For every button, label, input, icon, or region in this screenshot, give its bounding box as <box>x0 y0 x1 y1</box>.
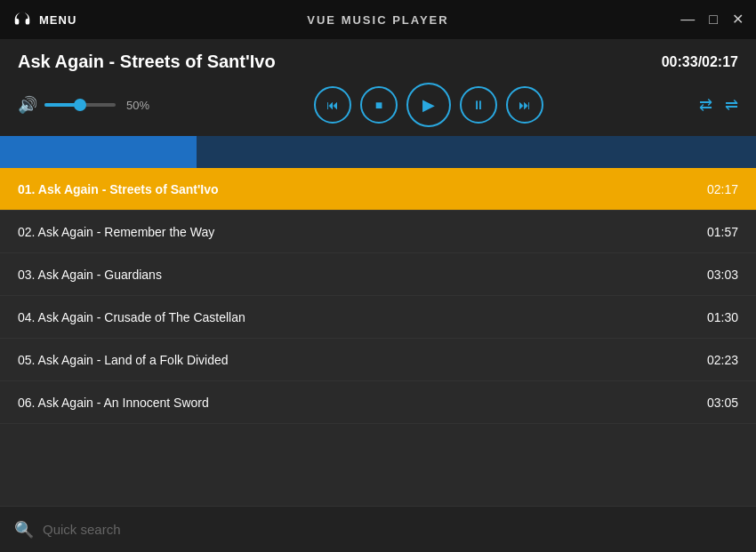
play-button[interactable]: ▶ <box>406 83 451 127</box>
extra-controls: ⇄ ⇌ <box>699 95 738 115</box>
controls-row: 🔊 50% ⏮ ■ ▶ ⏸ ⏭ <box>18 83 738 127</box>
track-name: 02. Ask Again - Remember the Way <box>18 225 214 239</box>
prev-button[interactable]: ⏮ <box>314 86 351 124</box>
app-title: VUE MUSIC PLAYER <box>307 13 448 27</box>
play-icon: ▶ <box>422 95 435 115</box>
search-input[interactable] <box>43 522 742 537</box>
track-name: 03. Ask Again - Guardians <box>18 268 162 282</box>
track-time-display: 00:33/02:17 <box>662 54 738 70</box>
menu-label[interactable]: MENU <box>39 13 76 27</box>
stop-button[interactable]: ■ <box>360 86 398 124</box>
volume-icon: 🔊 <box>18 95 37 115</box>
next-button[interactable]: ⏭ <box>506 86 543 124</box>
track-row[interactable]: 02. Ask Again - Remember the Way01:57 <box>0 211 756 253</box>
track-row[interactable]: 04. Ask Again - Crusade of The Castellan… <box>0 296 756 339</box>
progress-fill <box>0 136 197 168</box>
track-name: 01. Ask Again - Streets of Sant'Ivo <box>18 182 219 196</box>
next-icon: ⏭ <box>519 98 531 112</box>
volume-fill <box>44 103 80 107</box>
current-track-title: Ask Again - Streets of Sant'Ivo <box>18 52 276 72</box>
logo-area: MENU <box>12 10 76 29</box>
minimize-button[interactable]: — <box>680 12 695 27</box>
shuffle-button[interactable]: ⇌ <box>725 95 738 115</box>
track-duration: 01:57 <box>707 225 738 239</box>
track-row[interactable]: 03. Ask Again - Guardians03:03 <box>0 253 756 296</box>
maximize-button[interactable]: □ <box>709 12 718 27</box>
track-duration: 03:03 <box>707 268 738 282</box>
track-info-row: Ask Again - Streets of Sant'Ivo 00:33/02… <box>18 52 738 72</box>
stop-icon: ■ <box>375 98 382 112</box>
window-controls: — □ ✕ <box>680 12 744 27</box>
volume-slider[interactable] <box>44 103 116 107</box>
track-duration: 02:17 <box>707 182 738 196</box>
track-row[interactable]: 05. Ask Again - Land of a Folk Divided02… <box>0 339 756 381</box>
searchbar: 🔍 <box>0 506 756 552</box>
search-icon: 🔍 <box>14 520 34 540</box>
track-duration: 01:30 <box>707 310 738 324</box>
track-row[interactable]: 01. Ask Again - Streets of Sant'Ivo02:17 <box>0 168 756 211</box>
volume-area: 🔊 50% <box>18 95 149 115</box>
player-buttons: ⏮ ■ ▶ ⏸ ⏭ <box>176 83 681 127</box>
repeat-button[interactable]: ⇄ <box>699 95 712 115</box>
titlebar: MENU VUE MUSIC PLAYER — □ ✕ <box>0 0 756 39</box>
track-name: 06. Ask Again - An Innocent Sword <box>18 396 209 410</box>
track-row[interactable]: 06. Ask Again - An Innocent Sword03:05 <box>0 381 756 424</box>
volume-label: 50% <box>126 99 149 112</box>
close-button[interactable]: ✕ <box>732 12 744 27</box>
track-duration: 03:05 <box>707 396 738 410</box>
playlist: 01. Ask Again - Streets of Sant'Ivo02:17… <box>0 168 756 506</box>
track-name: 05. Ask Again - Land of a Folk Divided <box>18 353 229 367</box>
pause-icon: ⏸ <box>472 98 485 112</box>
prev-icon: ⏮ <box>326 98 339 112</box>
volume-thumb <box>74 99 86 111</box>
progress-bar[interactable] <box>0 136 756 168</box>
track-name: 04. Ask Again - Crusade of The Castellan <box>18 310 245 324</box>
pause-button[interactable]: ⏸ <box>460 86 497 124</box>
track-duration: 02:23 <box>707 353 738 367</box>
headphone-icon <box>12 10 32 29</box>
now-playing-panel: Ask Again - Streets of Sant'Ivo 00:33/02… <box>0 39 756 136</box>
